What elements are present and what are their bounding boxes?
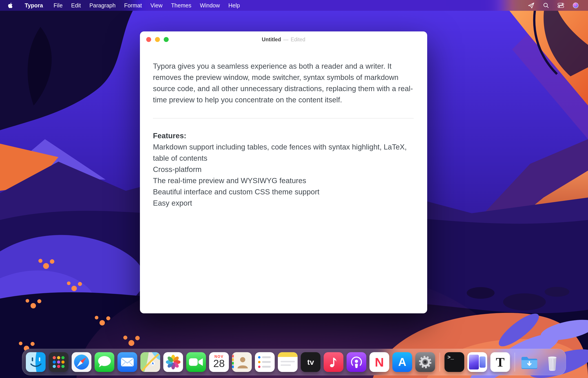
menu-bar: Typora File Edit Paragraph Format View T… [0, 0, 588, 11]
apple-icon [7, 2, 14, 9]
dock-item-photos[interactable] [163, 352, 183, 372]
terminal-icon: >_ [448, 354, 454, 361]
dock-item-mail[interactable] [117, 352, 137, 372]
feature-line[interactable]: The real-time preview and WYSIWYG featur… [153, 175, 414, 186]
photos-icon [163, 352, 183, 372]
minimize-button[interactable] [155, 37, 160, 42]
horizontal-rule [153, 118, 414, 119]
dock-item-calendar[interactable]: NOV 28 [209, 352, 229, 372]
dock-item-news[interactable]: N [369, 352, 389, 372]
dock-item-preview-image[interactable] [467, 352, 487, 372]
feature-line[interactable]: Markdown support including tables, code … [153, 141, 414, 164]
window-edited-status: Edited [291, 37, 305, 43]
menu-status-area [528, 2, 579, 9]
features-heading[interactable]: Features: [153, 130, 414, 141]
downloads-folder-icon [519, 352, 539, 372]
menu-item-help[interactable]: Help [224, 2, 244, 9]
dock-item-trash[interactable] [542, 352, 562, 372]
menu-item-format[interactable]: Format [120, 2, 146, 9]
dock-separator [515, 353, 515, 371]
typora-icon: T [496, 355, 505, 370]
dock-item-notes[interactable] [278, 352, 298, 372]
menu-item-view[interactable]: View [146, 2, 167, 9]
menu-item-themes[interactable]: Themes [167, 2, 196, 9]
news-icon: N [375, 355, 384, 369]
gradient-thumbnail [479, 356, 486, 367]
dock-item-downloads[interactable] [519, 352, 539, 372]
dock-item-reminders[interactable] [255, 352, 275, 372]
notes-icon [278, 352, 298, 372]
apple-menu[interactable] [7, 2, 14, 9]
dock-item-typora[interactable]: T [490, 352, 510, 372]
window-title: Untitled [262, 37, 281, 43]
launchpad-icon [49, 352, 69, 372]
dock-item-podcasts[interactable] [347, 352, 366, 372]
podcasts-icon [347, 352, 366, 372]
maps-icon [140, 352, 160, 372]
dock: NOV 28 [22, 349, 566, 375]
siri-icon[interactable] [572, 2, 579, 9]
menu-item-paragraph[interactable]: Paragraph [85, 2, 120, 9]
dock-item-system-settings[interactable] [415, 352, 435, 372]
dock-item-finder[interactable] [26, 352, 46, 372]
desktop: Typora File Edit Paragraph Format View T… [0, 0, 588, 378]
messages-icon [95, 352, 114, 372]
close-button[interactable] [146, 37, 151, 42]
gear-icon [415, 352, 435, 372]
tv-icon: tv [307, 358, 314, 366]
menu-item-window[interactable]: Window [196, 2, 224, 9]
control-center-icon[interactable] [558, 2, 564, 9]
mail-icon [117, 352, 137, 372]
menu-item-edit[interactable]: Edit [67, 2, 85, 9]
window-titlebar[interactable]: Untitled — Edited [140, 31, 427, 48]
dock-item-safari[interactable] [72, 352, 91, 372]
window-title-dash: — [283, 37, 288, 43]
dock-item-app-store[interactable]: A [392, 352, 412, 372]
dock-item-facetime[interactable] [186, 352, 206, 372]
dock-item-terminal[interactable]: >_ [445, 352, 464, 372]
dock-item-music[interactable] [324, 352, 343, 372]
finder-icon [26, 352, 46, 372]
menu-app-name[interactable]: Typora [21, 2, 47, 9]
dock-item-messages[interactable] [95, 352, 114, 372]
contacts-icon [232, 352, 252, 372]
dock-item-contacts[interactable] [232, 352, 252, 372]
safari-icon [72, 352, 91, 372]
dock-item-launchpad[interactable] [49, 352, 69, 372]
feature-line[interactable]: Cross-platform [153, 164, 414, 175]
dock-separator [440, 353, 440, 371]
menu-item-file[interactable]: File [49, 2, 67, 9]
facetime-icon [186, 352, 206, 372]
music-note-icon [324, 352, 343, 372]
reminders-icon [255, 352, 275, 372]
dock-item-maps[interactable] [140, 352, 160, 372]
app-store-icon: A [398, 356, 406, 369]
traffic-lights [146, 37, 169, 42]
intro-paragraph[interactable]: Typora gives you a seamless experience a… [153, 61, 414, 106]
paper-plane-icon[interactable] [528, 2, 534, 9]
calendar-day-label: 28 [209, 359, 229, 369]
search-icon[interactable] [543, 2, 549, 9]
zoom-button[interactable] [164, 37, 169, 42]
typora-window: Untitled — Edited Typora gives you a sea… [140, 31, 427, 313]
markdown-editor[interactable]: Typora gives you a seamless experience a… [140, 48, 427, 209]
trash-icon [542, 352, 562, 372]
feature-line[interactable]: Easy export [153, 198, 414, 209]
dock-item-tv[interactable]: tv [301, 352, 321, 372]
feature-line[interactable]: Beautiful interface and custom CSS theme… [153, 186, 414, 198]
gradient-thumbnail [469, 355, 479, 369]
